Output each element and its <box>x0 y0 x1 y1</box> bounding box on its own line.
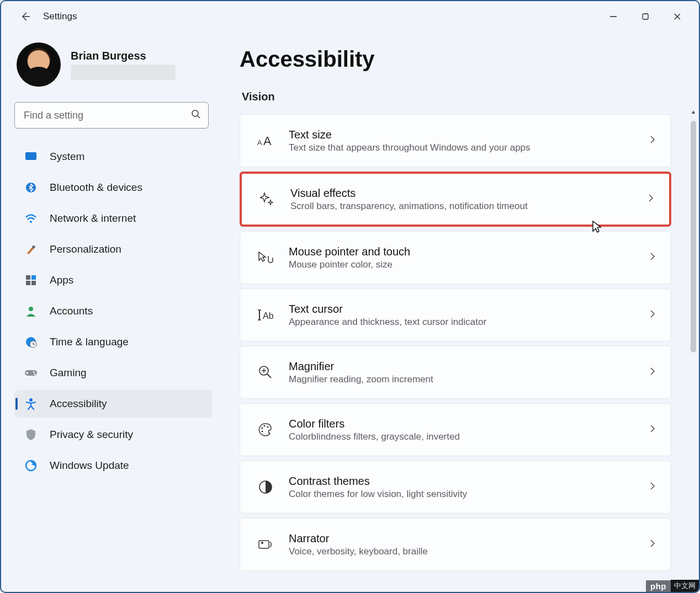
person-icon <box>24 304 38 318</box>
nav-item-accessibility[interactable]: Accessibility <box>14 390 212 418</box>
svg-rect-1 <box>643 14 648 19</box>
card-narrator[interactable]: Narrator Voice, verbosity, keyboard, bra… <box>240 518 671 571</box>
page-title: Accessibility <box>240 47 681 72</box>
search-input[interactable] <box>14 102 209 129</box>
app-title: Settings <box>43 11 77 22</box>
scroll-up-icon[interactable]: ▲ <box>690 109 697 115</box>
card-mouse-pointer[interactable]: Mouse pointer and touch Mouse pointer co… <box>240 231 671 284</box>
chevron-right-icon <box>650 482 655 493</box>
nav-label: Network & internet <box>50 212 136 225</box>
chevron-right-icon <box>650 539 655 550</box>
svg-rect-12 <box>31 281 36 285</box>
nav-item-personalization[interactable]: Personalization <box>14 236 212 263</box>
back-button[interactable] <box>14 6 36 28</box>
card-subtitle: Voice, verbosity, keyboard, braille <box>289 546 650 557</box>
bluetooth-icon <box>24 181 38 194</box>
nav-item-gaming[interactable]: Gaming <box>14 359 212 387</box>
section-title: Vision <box>242 90 681 103</box>
card-magnifier[interactable]: Magnifier Magnifier reading, zoom increm… <box>240 346 671 399</box>
watermark-left: php <box>646 580 671 592</box>
card-text-size[interactable]: AA Text size Text size that appears thro… <box>240 114 671 167</box>
sparkle-icon <box>257 189 277 209</box>
svg-rect-10 <box>31 275 36 280</box>
svg-rect-11 <box>26 281 30 285</box>
nav-label: System <box>50 151 84 163</box>
nav-label: Windows Update <box>50 460 129 472</box>
card-visual-effects[interactable]: Visual effects Scroll bars, transparency… <box>240 172 671 227</box>
nav-label: Gaming <box>50 367 87 379</box>
nav-item-network[interactable]: Network & internet <box>14 205 212 232</box>
card-subtitle: Color themes for low vision, light sensi… <box>289 489 650 500</box>
maximize-button[interactable] <box>629 6 661 28</box>
svg-point-30 <box>262 431 263 432</box>
user-name: Brian Burgess <box>71 50 176 62</box>
nav-list: System Bluetooth & devices Network & int… <box>14 143 216 479</box>
nav-label: Time & language <box>50 336 129 348</box>
card-title: Text size <box>289 129 650 141</box>
svg-point-19 <box>29 398 33 402</box>
window-controls <box>597 6 693 28</box>
update-icon <box>24 459 38 472</box>
svg-text:A: A <box>263 134 272 147</box>
avatar <box>17 42 61 87</box>
apps-icon <box>24 274 38 287</box>
globe-clock-icon <box>24 335 38 349</box>
card-subtitle: Colorblindness filters, grayscale, inver… <box>289 431 650 442</box>
card-list: AA Text size Text size that appears thro… <box>240 114 681 571</box>
search-icon <box>191 109 201 121</box>
card-title: Text cursor <box>289 303 650 316</box>
user-block[interactable]: Brian Burgess <box>14 42 216 87</box>
svg-point-18 <box>34 373 36 375</box>
brush-icon <box>24 243 38 256</box>
card-title: Magnifier <box>289 360 650 373</box>
minimize-button[interactable] <box>597 6 629 28</box>
svg-point-17 <box>33 371 35 373</box>
nav-item-privacy[interactable]: Privacy & security <box>14 421 212 448</box>
svg-text:Ab: Ab <box>263 311 274 320</box>
contrast-icon <box>256 477 275 497</box>
search-wrap <box>14 102 216 129</box>
card-color-filters[interactable]: Color filters Colorblindness filters, gr… <box>240 403 671 456</box>
svg-point-28 <box>264 425 266 427</box>
scrollbar[interactable]: ▲ <box>690 109 697 586</box>
nav-item-system[interactable]: System <box>14 143 212 170</box>
scroll-thumb[interactable] <box>691 121 696 352</box>
card-title: Color filters <box>289 418 650 430</box>
card-subtitle: Appearance and thickness, text cursor in… <box>289 317 650 328</box>
svg-rect-32 <box>259 541 269 548</box>
display-icon <box>24 150 38 163</box>
titlebar: Settings <box>1 1 699 31</box>
chevron-right-icon <box>650 252 655 263</box>
svg-point-29 <box>267 426 269 428</box>
magnifier-icon <box>256 362 275 382</box>
nav-item-time[interactable]: Time & language <box>14 328 212 356</box>
svg-line-3 <box>198 116 200 118</box>
card-subtitle: Text size that appears throughout Window… <box>289 142 650 153</box>
nav-item-accounts[interactable]: Accounts <box>14 297 212 325</box>
chevron-right-icon <box>648 194 654 205</box>
card-contrast-themes[interactable]: Contrast themes Color themes for low vis… <box>240 461 671 514</box>
nav-item-apps[interactable]: Apps <box>14 266 212 294</box>
text-size-icon: AA <box>256 131 275 151</box>
card-text-cursor[interactable]: Ab Text cursor Appearance and thickness,… <box>240 289 671 341</box>
chevron-right-icon <box>650 309 655 320</box>
text-cursor-icon: Ab <box>256 305 275 325</box>
close-button[interactable] <box>661 6 693 28</box>
accessibility-icon <box>24 397 38 410</box>
chevron-right-icon <box>650 135 655 146</box>
nav-item-bluetooth[interactable]: Bluetooth & devices <box>14 174 212 201</box>
card-title: Mouse pointer and touch <box>289 245 650 258</box>
nav-label: Accessibility <box>50 398 107 410</box>
nav-item-update[interactable]: Windows Update <box>14 452 212 479</box>
main-content: Accessibility Vision AA Text size Text s… <box>222 31 699 592</box>
chevron-right-icon <box>650 424 655 435</box>
nav-label: Personalization <box>50 243 121 255</box>
nav-label: Apps <box>50 274 73 286</box>
nav-label: Privacy & security <box>50 429 133 441</box>
card-title: Visual effects <box>290 187 648 200</box>
watermark-right: 中文网 <box>671 580 699 592</box>
chevron-right-icon <box>650 367 655 378</box>
nav-label: Bluetooth & devices <box>50 181 142 194</box>
watermark: php 中文网 <box>646 580 699 592</box>
svg-rect-4 <box>25 152 36 160</box>
